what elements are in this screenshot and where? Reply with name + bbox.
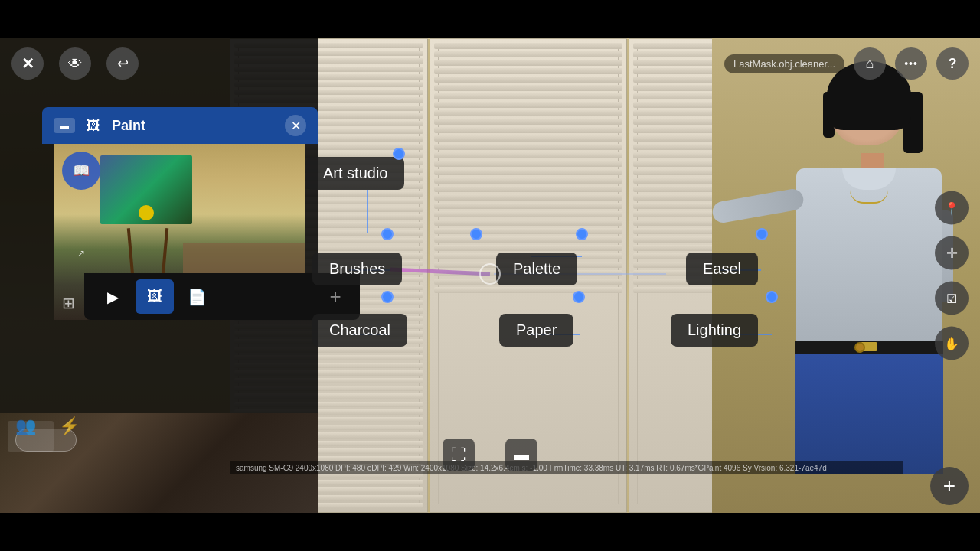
brushes-label[interactable]: Brushes (312, 253, 402, 285)
dialog-close-button[interactable]: ✕ (285, 115, 306, 136)
slat (434, 144, 623, 150)
character-arm-right (712, 187, 805, 224)
image-icon: 🖼 (147, 288, 162, 305)
image-button[interactable]: 🖼 (136, 279, 174, 314)
slat (434, 220, 623, 226)
bottom-center-icons: ⛶ ▬ (443, 439, 537, 471)
character-necklace (850, 190, 888, 204)
paint-dialog: ▬ 🖼 Paint ✕ 📖 (42, 107, 318, 320)
dialog-title: Paint (112, 118, 277, 134)
badge-icon: 📖 (73, 162, 90, 179)
paper-label[interactable]: Paper (499, 314, 573, 347)
yellow-sphere (139, 205, 154, 220)
location-icon: 📍 (944, 201, 959, 215)
top-toolbar: ✕ 👁 ↩ (0, 38, 150, 89)
more-button[interactable]: ••• (895, 47, 927, 80)
palette-label[interactable]: Palette (496, 253, 577, 285)
slat (434, 127, 623, 133)
minimize-icon: ▬ (60, 120, 69, 131)
slat (434, 245, 623, 251)
crosshair-icon: ✛ (946, 245, 958, 262)
character-torso (796, 168, 942, 344)
status-bar: samsung SM-G9 2400x1080 DPI: 480 eDPI: 4… (230, 461, 903, 474)
slat (434, 77, 623, 83)
home-icon: ⌂ (866, 56, 874, 72)
document-icon: 📄 (188, 288, 207, 306)
status-icons-left: 👥 ⚡ (0, 409, 318, 444)
more-icon: ••• (904, 57, 918, 70)
brushes-dot-left (381, 228, 394, 240)
preview-cursor: ↗ (77, 248, 85, 259)
undo-button[interactable]: ↩ (106, 47, 139, 80)
slat (434, 43, 623, 49)
right-sidebar: 📍 ✛ ☑ ✋ (935, 191, 969, 360)
belt-ring (854, 342, 865, 353)
expand-icon[interactable]: ⛶ (443, 439, 475, 471)
play-button[interactable]: ▶ (93, 279, 132, 314)
charcoal-dot-right (573, 291, 585, 303)
lighting-label[interactable]: Lighting (671, 314, 758, 347)
character-3d (750, 61, 957, 490)
slat (434, 135, 623, 142)
dialog-image-icon: 🖼 (83, 115, 104, 136)
slat (434, 236, 623, 243)
frame-icon[interactable]: ▬ (505, 439, 537, 471)
slat (434, 178, 623, 184)
slat (434, 161, 623, 167)
people-icon: 👥 (15, 416, 36, 435)
bottom-right-actions: + (930, 467, 969, 505)
slat (434, 93, 623, 99)
character-pants (795, 352, 943, 474)
help-button[interactable]: ? (936, 47, 969, 80)
charcoal-dot (381, 291, 394, 303)
slat (434, 60, 623, 66)
character-collar (842, 168, 896, 190)
slat (434, 211, 623, 217)
top-black-bar (0, 0, 980, 38)
preview-badge[interactable]: 📖 (62, 152, 100, 190)
bolt-icon: ⚡ (59, 416, 80, 435)
slat (434, 228, 623, 234)
center-circle (479, 263, 501, 285)
eye-icon: 👁 (68, 56, 82, 72)
minimize-button[interactable]: ▬ (54, 118, 75, 133)
art-studio-label[interactable]: Art studio (306, 157, 404, 190)
slat (434, 110, 623, 116)
location-button[interactable]: 📍 (935, 191, 969, 225)
checkbox-icon: ☑ (946, 291, 957, 305)
paint-dialog-header: ▬ 🖼 Paint ✕ (42, 107, 318, 144)
hand-button[interactable]: ✋ (935, 327, 969, 360)
slat (434, 68, 623, 74)
slat (434, 203, 623, 209)
slat (434, 51, 623, 57)
undo-icon: ↩ (117, 55, 129, 72)
bolt-button[interactable]: ⚡ (59, 416, 80, 436)
fab-add-button[interactable]: + (930, 467, 969, 505)
character-belt (795, 341, 943, 354)
eye-button[interactable]: 👁 (59, 47, 91, 80)
play-icon: ▶ (107, 288, 119, 306)
document-button[interactable]: 📄 (178, 279, 216, 314)
charcoal-label[interactable]: Charcoal (312, 314, 407, 347)
checkbox-button[interactable]: ☑ (935, 282, 969, 315)
home-button[interactable]: ⌂ (854, 47, 886, 80)
slat (434, 287, 623, 293)
people-button[interactable]: 👥 (15, 416, 36, 436)
art-studio-dot (393, 148, 405, 160)
slat (434, 85, 623, 91)
slat (434, 186, 623, 192)
top-right-toolbar: LastMask.obj.cleaner... ⌂ ••• ? (713, 38, 980, 89)
crosshair-button[interactable]: ✛ (935, 236, 969, 270)
easel-label[interactable]: Easel (686, 253, 758, 285)
slat (434, 194, 623, 201)
lighting-dot (766, 291, 778, 303)
close-button[interactable]: ✕ (11, 47, 44, 80)
slat (434, 119, 623, 125)
slat (434, 102, 623, 108)
easel-dot (756, 228, 768, 240)
grid-icon[interactable]: ⊞ (62, 294, 75, 312)
slat (434, 152, 623, 158)
bottom-black-bar (0, 513, 980, 551)
slat (434, 169, 623, 175)
add-button[interactable]: + (320, 282, 351, 312)
